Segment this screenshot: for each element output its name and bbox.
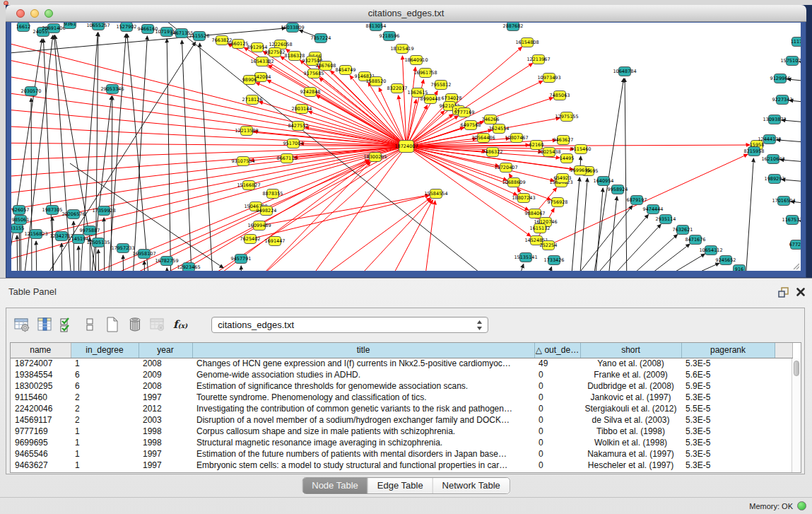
cell-title[interactable]: Investigating the contribution of common… xyxy=(192,403,534,414)
cell-title[interactable]: Structural magnetic resonance image aver… xyxy=(192,437,534,448)
cell-year[interactable]: 1997 xyxy=(139,448,192,460)
table-row[interactable]: 969969511998Structural magnetic resonanc… xyxy=(11,437,792,448)
close-panel-icon[interactable] xyxy=(796,287,806,297)
column-header-in_degree[interactable]: in_degree xyxy=(71,343,139,358)
resize-grip-icon[interactable] xyxy=(792,262,800,270)
tab-edge-table[interactable]: Edge Table xyxy=(368,478,433,493)
table-row[interactable]: 1456911722003Disruption of a novel membe… xyxy=(11,414,792,426)
network-canvas[interactable]: 1661224055722069140693611065525715279029… xyxy=(11,23,801,271)
cell-in_degree[interactable]: 1 xyxy=(71,460,139,471)
cell-in_degree[interactable]: 2 xyxy=(71,403,139,414)
window-titlebar[interactable]: citations_edges.txt xyxy=(6,5,806,22)
cell-year[interactable]: 1997 xyxy=(139,392,192,403)
column-header-name[interactable]: name xyxy=(11,343,71,358)
cell-short[interactable]: Stergiakouli et al. (2012) xyxy=(580,403,681,414)
table-row[interactable]: 946554611997Estimation of the future num… xyxy=(11,448,792,460)
cell-short[interactable]: Tibbo et al. (1998) xyxy=(580,426,681,437)
cell-year[interactable]: 1998 xyxy=(139,426,192,437)
cell-year[interactable]: 2012 xyxy=(139,403,192,414)
cell-year[interactable]: 1998 xyxy=(139,437,192,448)
cell-name[interactable]: 9465546 xyxy=(11,448,71,460)
cell-year[interactable]: 2003 xyxy=(139,414,192,426)
cell-name[interactable]: 18300295 xyxy=(11,380,71,392)
column-header-filler[interactable] xyxy=(775,343,792,358)
column-header-year[interactable]: year xyxy=(139,343,192,358)
cell-title[interactable]: Estimation of the future numbers of pati… xyxy=(192,448,534,460)
column-header-out_de…[interactable]: △ out_de… xyxy=(534,343,580,358)
cell-short[interactable]: Jankovic et al. (1997) xyxy=(580,392,681,403)
select-all-columns-button[interactable] xyxy=(59,316,76,333)
cell-pagerank[interactable]: 5.5E-5 xyxy=(681,403,775,414)
cell-filler[interactable] xyxy=(775,403,792,414)
cell-pagerank[interactable]: 5.9E-5 xyxy=(681,380,775,392)
cell-out_de…[interactable]: 0 xyxy=(534,448,580,460)
cell-name[interactable]: 9777169 xyxy=(11,426,71,437)
column-header-title[interactable]: title xyxy=(192,343,534,358)
table-row[interactable]: 1872400712008Changes of HCN gene express… xyxy=(11,358,792,369)
cell-out_de…[interactable]: 0 xyxy=(534,403,580,414)
show-columns-button[interactable] xyxy=(36,316,53,333)
cell-filler[interactable] xyxy=(775,380,792,392)
cell-in_degree[interactable]: 1 xyxy=(71,448,139,460)
function-builder-button[interactable]: f(x) xyxy=(173,318,187,331)
network-graph[interactable]: 1661224055722069140693611065525715279029… xyxy=(11,23,801,271)
cell-out_de…[interactable]: 49 xyxy=(534,358,580,369)
cell-out_de…[interactable]: 0 xyxy=(534,392,580,403)
cell-name[interactable]: 9115460 xyxy=(11,392,71,403)
cell-name[interactable]: 9699695 xyxy=(11,437,71,448)
cell-out_de…[interactable]: 0 xyxy=(534,380,580,392)
cell-name[interactable]: 18724007 xyxy=(11,358,71,369)
table-selector-dropdown[interactable]: citations_edges.txt xyxy=(211,317,488,333)
table-row[interactable]: 946362711997Embryonic stem cells: a mode… xyxy=(11,460,792,471)
cell-in_degree[interactable]: 1 xyxy=(71,426,139,437)
table-scrollbar[interactable] xyxy=(792,358,801,472)
cell-year[interactable]: 1997 xyxy=(139,460,192,471)
cell-title[interactable]: Corpus callosum shape and size in male p… xyxy=(192,426,534,437)
cell-title[interactable]: Tourette syndrome. Phenomenology and cla… xyxy=(192,392,534,403)
cell-short[interactable]: Nakamura et al. (1997) xyxy=(580,448,681,460)
cell-in_degree[interactable]: 1 xyxy=(71,437,139,448)
unselect-all-columns-button[interactable] xyxy=(81,316,98,333)
cell-name[interactable]: 22420046 xyxy=(11,403,71,414)
table-row[interactable]: 1830029562008Estimation of significance … xyxy=(11,380,792,392)
table-row[interactable]: 911546021997Tourette syndrome. Phenomeno… xyxy=(11,392,792,403)
tab-network-table[interactable]: Network Table xyxy=(433,478,510,493)
cell-short[interactable]: Franke et al. (2009) xyxy=(580,369,681,380)
cell-pagerank[interactable]: 5.3E-5 xyxy=(681,448,775,460)
cell-out_de…[interactable]: 0 xyxy=(534,426,580,437)
cell-pagerank[interactable]: 5.3E-5 xyxy=(681,392,775,403)
cell-title[interactable]: Embryonic stem cells: a model to study s… xyxy=(192,460,534,471)
cell-filler[interactable] xyxy=(775,358,792,369)
cell-in_degree[interactable]: 1 xyxy=(71,358,139,369)
cell-filler[interactable] xyxy=(775,426,792,437)
cell-out_de…[interactable]: 0 xyxy=(534,460,580,471)
cell-pagerank[interactable]: 5.3E-5 xyxy=(681,358,775,369)
delete-columns-button[interactable] xyxy=(126,316,143,333)
cell-name[interactable]: 9463627 xyxy=(11,460,71,471)
new-column-button[interactable] xyxy=(104,316,121,333)
table-row[interactable]: 977716911998Corpus callosum shape and si… xyxy=(11,426,792,437)
cell-pagerank[interactable]: 5.3E-5 xyxy=(681,426,775,437)
table-options-button[interactable] xyxy=(13,316,30,333)
cell-filler[interactable] xyxy=(775,414,792,426)
cell-short[interactable]: Dudbridge et al. (2008) xyxy=(580,380,681,392)
cell-filler[interactable] xyxy=(775,437,792,448)
cell-pagerank[interactable]: 5.3E-5 xyxy=(681,460,775,471)
cell-in_degree[interactable]: 6 xyxy=(71,380,139,392)
cell-short[interactable]: Wolkin et al. (1998) xyxy=(580,437,681,448)
cell-name[interactable]: 19384554 xyxy=(11,369,71,380)
cell-filler[interactable] xyxy=(775,448,792,460)
cell-filler[interactable] xyxy=(775,369,792,380)
tab-node-table[interactable]: Node Table xyxy=(302,478,368,493)
cell-title[interactable]: Disruption of a novel member of a sodium… xyxy=(192,414,534,426)
cell-title[interactable]: Genome-wide association studies in ADHD. xyxy=(192,369,534,380)
cell-pagerank[interactable]: 5.3E-5 xyxy=(681,414,775,426)
table-row[interactable]: 2242004622012Investigating the contribut… xyxy=(11,403,792,414)
cell-year[interactable]: 2008 xyxy=(139,358,192,369)
cell-in_degree[interactable]: 2 xyxy=(71,414,139,426)
table-row[interactable]: 1938455462009Genome-wide association stu… xyxy=(11,369,792,380)
column-header-pagerank[interactable]: pagerank xyxy=(681,343,775,358)
cell-title[interactable]: Changes of HCN gene expression and I(f) … xyxy=(192,358,534,369)
cell-short[interactable]: Hescheler et al. (1997) xyxy=(580,460,681,471)
cell-filler[interactable] xyxy=(775,392,792,403)
